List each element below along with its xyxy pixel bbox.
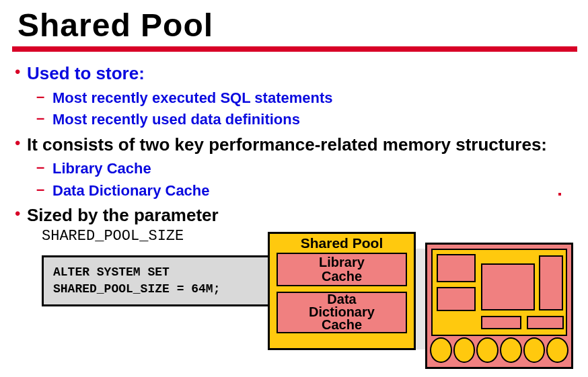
sga-memory-box <box>425 243 573 369</box>
sub-library-cache: Library Cache <box>34 159 576 179</box>
buffer-oval <box>500 337 522 363</box>
libcache-line2: Cache <box>322 269 362 284</box>
mem-block <box>527 316 564 329</box>
buffer-oval <box>430 337 452 363</box>
sub-sql-statements: Most recently executed SQL statements <box>34 89 576 108</box>
sub-text: Most recently executed SQL statements <box>52 89 576 108</box>
mem-block <box>481 263 535 310</box>
code-box: ALTER SYSTEM SET SHARED_POOL_SIZE = 64M; <box>42 255 276 306</box>
shared-pool-diagram: Shared Pool Library Cache Data Dictionar… <box>268 232 577 373</box>
mem-block <box>437 287 476 311</box>
sub-text: Library Cache <box>52 159 576 179</box>
slide-title: Shared Pool <box>0 0 588 46</box>
data-dictionary-cache-box: Data Dictionary Cache <box>277 292 407 333</box>
title-underline <box>12 46 577 52</box>
sub-text: Data Dictionary Cache <box>52 181 576 201</box>
buffer-oval <box>523 337 546 363</box>
buffer-oval <box>546 337 568 363</box>
shared-pool-box-title: Shared Pool <box>270 234 414 253</box>
sub-data-dictionary-cache: Data Dictionary Cache <box>34 181 576 201</box>
mem-block <box>481 316 521 329</box>
bullet-text: Sized by the parameter <box>27 204 576 226</box>
sub-data-definitions: Most recently used data definitions <box>34 110 576 130</box>
code-line-2: SHARED_POOL_SIZE = 64M; <box>53 281 264 298</box>
library-cache-box: Library Cache <box>277 253 407 286</box>
log-buffer-row <box>430 337 568 363</box>
bullet-text: Used to store: <box>27 62 576 85</box>
ddcache-line3: Cache <box>322 317 362 332</box>
buffer-oval <box>476 337 499 363</box>
bullet-consists-of: It consists of two key performance-relat… <box>12 134 576 201</box>
sub-list: Most recently executed SQL statements Mo… <box>27 89 576 130</box>
bullet-text: It consists of two key performance-relat… <box>27 134 576 156</box>
bullet-used-to-store: Used to store: Most recently executed SQ… <box>12 62 576 130</box>
mem-block <box>539 255 563 310</box>
shared-pool-box: Shared Pool Library Cache Data Dictionar… <box>268 232 416 350</box>
libcache-line1: Library <box>319 255 365 269</box>
sub-list: Library Cache Data Dictionary Cache <box>27 159 576 200</box>
mem-block <box>437 254 476 282</box>
content-area: Used to store: Most recently executed SQ… <box>0 58 588 306</box>
stray-dot <box>558 193 561 196</box>
buffer-oval <box>453 337 476 363</box>
memory-region <box>431 249 567 336</box>
code-line-1: ALTER SYSTEM SET <box>53 264 264 281</box>
sub-text: Most recently used data definitions <box>52 110 576 130</box>
